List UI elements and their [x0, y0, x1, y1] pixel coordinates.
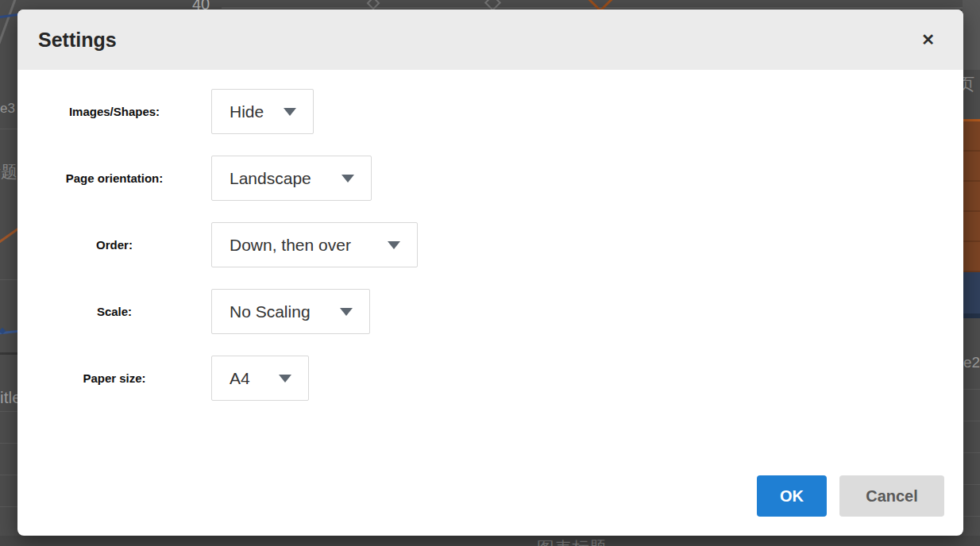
bg-chart-gridline: [963, 421, 980, 421]
images-shapes-label: Images/Shapes:: [17, 105, 211, 118]
bg-chart-line: [0, 0, 17, 51]
bg-chart-gridline: [0, 443, 17, 444]
settings-dialog: Settings ✕ Images/Shapes: Hide Page orie…: [17, 10, 963, 536]
bg-chart-gridline: [963, 516, 980, 517]
page-orientation-label: Page orientation:: [17, 171, 211, 185]
bg-chart-gridline: [0, 506, 17, 507]
ok-button[interactable]: OK: [757, 475, 827, 517]
order-value: Down, then over: [230, 236, 351, 255]
order-dropdown[interactable]: Down, then over: [211, 222, 418, 267]
page-orientation-dropdown[interactable]: Landscape: [211, 156, 372, 201]
close-icon: ✕: [921, 31, 935, 48]
bg-chart-title-fragment: itle: [0, 388, 17, 407]
bg-chart-gridline: [963, 484, 980, 485]
paper-size-label: Paper size:: [17, 371, 211, 385]
bg-text-fragment: 页: [963, 73, 980, 93]
bg-chart-gridline: [0, 129, 17, 129]
field-row-images-shapes: Images/Shapes: Hide: [17, 89, 963, 134]
bg-chart-gridline: [963, 452, 980, 453]
scale-dropdown[interactable]: No Scaling: [211, 289, 370, 334]
bg-series-label: e2: [963, 354, 980, 371]
chevron-down-icon: [341, 175, 354, 183]
field-row-page-orientation: Page orientation: Landscape: [17, 156, 963, 201]
bg-orange-series-area: [962, 121, 980, 272]
field-row-order: Order: Down, then over: [17, 222, 963, 267]
bg-axis-title: 标题: [0, 161, 17, 181]
bg-chart-gridline: [963, 389, 980, 390]
chevron-down-icon: [388, 241, 400, 249]
bg-series-label: e3: [0, 101, 15, 117]
bg-chart-gridline: [0, 279, 17, 280]
chevron-down-icon: [279, 375, 291, 383]
paper-size-value: A4: [230, 369, 250, 388]
bg-chart-gridline: [0, 475, 17, 475]
close-button[interactable]: ✕: [916, 27, 939, 52]
bg-chart-title-fragment: 图表标题: [537, 537, 640, 546]
images-shapes-dropdown[interactable]: Hide: [211, 89, 314, 134]
bg-chart-gridline: [0, 411, 17, 412]
paper-size-dropdown[interactable]: A4: [211, 356, 309, 401]
chevron-down-icon: [340, 308, 353, 316]
scale-label: Scale:: [17, 305, 211, 318]
field-row-scale: Scale: No Scaling: [17, 289, 963, 334]
dialog-title: Settings: [38, 29, 117, 52]
dialog-header: Settings ✕: [17, 10, 963, 70]
bg-blue-series-area: [962, 272, 980, 313]
dialog-body: Images/Shapes: Hide Page orientation: La…: [17, 70, 963, 401]
scale-value: No Scaling: [230, 302, 311, 321]
images-shapes-value: Hide: [230, 102, 264, 121]
page-orientation-value: Landscape: [230, 169, 311, 188]
bg-chart-axis-line: [0, 352, 18, 355]
bg-blue-series-edge: [962, 313, 980, 318]
field-row-paper-size: Paper size: A4: [17, 356, 963, 401]
cancel-button[interactable]: Cancel: [839, 475, 944, 517]
bg-panel: [963, 0, 980, 70]
bg-bottom-strip: [0, 536, 980, 546]
dialog-footer: OK Cancel: [757, 475, 944, 517]
chevron-down-icon: [284, 108, 296, 116]
order-label: Order:: [17, 238, 211, 252]
